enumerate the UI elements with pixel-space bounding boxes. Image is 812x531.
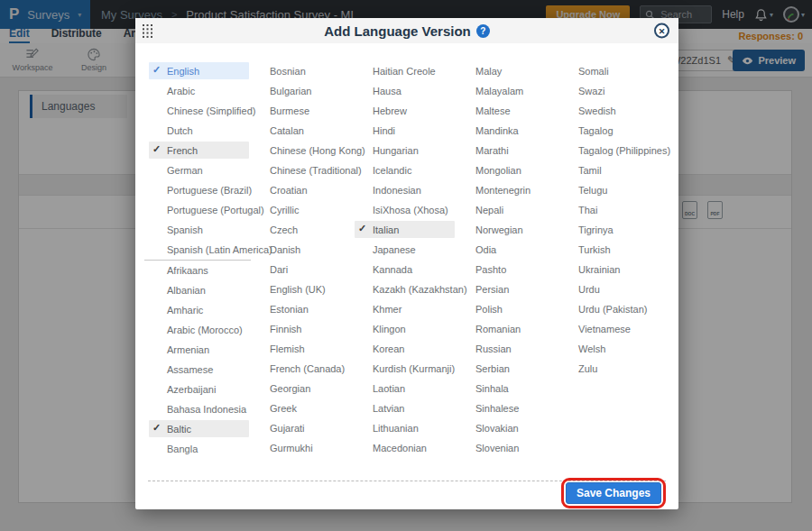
language-option[interactable]: Welsh	[560, 340, 660, 357]
language-option[interactable]: Bulgarian	[252, 82, 352, 99]
language-option[interactable]: Kannada	[355, 261, 455, 278]
language-option[interactable]: Chinese (Traditional)	[252, 161, 352, 179]
language-option[interactable]: Assamese	[149, 361, 249, 378]
language-option[interactable]: Hindi	[355, 122, 455, 139]
language-option[interactable]: Portuguese (Brazil)	[149, 181, 249, 198]
language-option[interactable]: Mandinka	[457, 122, 558, 139]
language-option[interactable]: Portuguese (Portugal)	[149, 201, 249, 218]
language-option[interactable]: Zulu	[560, 360, 660, 377]
language-option[interactable]: Turkish	[560, 241, 660, 258]
language-option[interactable]: Chinese (Hong Kong)	[252, 142, 352, 159]
language-option[interactable]: Telugu	[560, 181, 660, 198]
language-option[interactable]: Swedish	[560, 102, 660, 119]
language-option[interactable]: ✓Italian	[355, 221, 455, 238]
language-option[interactable]: Urdu	[560, 280, 660, 298]
language-option[interactable]: Gujarati	[252, 419, 352, 436]
language-option[interactable]: Bahasa Indonesia	[149, 400, 249, 417]
language-option[interactable]: Lithuanian	[355, 419, 455, 436]
language-option[interactable]: Bosnian	[252, 62, 352, 79]
language-option[interactable]: ✓Baltic	[149, 420, 249, 437]
language-option[interactable]: Danish	[252, 241, 352, 258]
language-option[interactable]: Persian	[457, 280, 558, 298]
language-option[interactable]: Estonian	[252, 300, 352, 317]
language-option[interactable]: Khmer	[355, 300, 455, 317]
language-option[interactable]: Japanese	[355, 241, 455, 258]
language-option[interactable]: ✓French	[149, 142, 249, 159]
language-option[interactable]: Georgian	[252, 380, 352, 397]
language-option[interactable]: Haitian Creole	[355, 62, 455, 79]
language-option[interactable]: Tagalog	[560, 122, 660, 139]
language-option[interactable]: Sinhalese	[457, 399, 558, 417]
language-option[interactable]: English (UK)	[252, 280, 352, 298]
language-option[interactable]: Somali	[560, 62, 660, 79]
language-option[interactable]: IsiXhosa (Xhosa)	[355, 201, 455, 218]
language-option[interactable]: Finnish	[252, 320, 352, 337]
language-option[interactable]: Vietnamese	[560, 320, 660, 337]
language-option[interactable]: Laotian	[355, 380, 455, 397]
language-option[interactable]: Malayalam	[457, 82, 558, 99]
language-option[interactable]: Dutch	[149, 122, 249, 139]
language-option[interactable]: Swazi	[560, 82, 660, 99]
language-option[interactable]: Icelandic	[355, 161, 455, 179]
language-option[interactable]: Armenian	[149, 341, 249, 358]
language-option[interactable]: Slovenian	[457, 439, 558, 456]
language-option[interactable]: Thai	[560, 201, 660, 218]
language-option[interactable]: Mongolian	[457, 161, 558, 179]
language-option[interactable]: Serbian	[457, 360, 558, 377]
language-option[interactable]: Pashto	[457, 261, 558, 278]
language-option[interactable]: Montenegrin	[457, 181, 558, 198]
language-option[interactable]: Maltese	[457, 102, 558, 119]
language-option[interactable]: Tigrinya	[560, 221, 660, 238]
language-option[interactable]: Chinese (Simplified)	[149, 102, 249, 119]
language-option[interactable]: Hungarian	[355, 142, 455, 159]
language-option[interactable]: Odia	[457, 241, 558, 258]
language-option[interactable]: Greek	[252, 399, 352, 417]
language-option[interactable]: Afrikaans	[149, 261, 249, 279]
language-option[interactable]: Flemish	[252, 340, 352, 357]
help-icon[interactable]: ?	[476, 24, 490, 38]
language-option[interactable]: Latvian	[355, 399, 455, 417]
language-option[interactable]: Czech	[252, 221, 352, 238]
language-option[interactable]: Burmese	[252, 102, 352, 119]
language-option[interactable]: Spanish (Latin America)	[149, 241, 249, 258]
language-option[interactable]: Polish	[457, 300, 558, 317]
language-option[interactable]: Kazakh (Kazakhstan)	[355, 280, 455, 298]
language-option[interactable]: French (Canada)	[252, 360, 352, 377]
language-option[interactable]: Cyrillic	[252, 201, 352, 218]
language-option[interactable]: Romanian	[457, 320, 558, 337]
language-option[interactable]: Slovakian	[457, 419, 558, 436]
language-option[interactable]: Sinhala	[457, 380, 558, 397]
language-option[interactable]: ✓English	[149, 62, 249, 79]
language-option[interactable]: Catalan	[252, 122, 352, 139]
language-option[interactable]: Malay	[457, 62, 558, 79]
language-option[interactable]: Hebrew	[355, 102, 455, 119]
close-button[interactable]: ✕	[654, 23, 669, 39]
language-option[interactable]: Tagalog (Philippines)	[560, 142, 660, 159]
language-option[interactable]: Norwegian	[457, 221, 558, 238]
language-option[interactable]: Nepali	[457, 201, 558, 218]
language-option[interactable]: Arabic	[149, 82, 249, 99]
language-option[interactable]: Urdu (Pakistan)	[560, 300, 660, 317]
language-option[interactable]: Marathi	[457, 142, 558, 159]
language-option[interactable]: Klingon	[355, 320, 455, 337]
language-option[interactable]: Gurmukhi	[252, 439, 352, 456]
language-option[interactable]: Indonesian	[355, 181, 455, 198]
language-option[interactable]: Bangla	[149, 440, 249, 457]
language-option[interactable]: Korean	[355, 340, 455, 357]
language-option[interactable]: Russian	[457, 340, 558, 357]
language-option[interactable]: Macedonian	[355, 439, 455, 456]
language-option[interactable]: Croatian	[252, 181, 352, 198]
language-option[interactable]: Dari	[252, 261, 352, 278]
language-option[interactable]: German	[149, 161, 249, 179]
save-changes-button[interactable]: Save Changes	[566, 482, 661, 504]
language-option[interactable]: Hausa	[355, 82, 455, 99]
language-option[interactable]: Ukrainian	[560, 261, 660, 278]
language-option[interactable]: Arabic (Morocco)	[149, 321, 249, 338]
language-option[interactable]: Amharic	[149, 301, 249, 318]
language-option[interactable]: Tamil	[560, 161, 660, 179]
language-option[interactable]: Kurdish (Kurmanji)	[355, 360, 455, 377]
language-option[interactable]: Spanish	[149, 221, 249, 238]
drag-handle-icon[interactable]	[143, 24, 152, 41]
language-option[interactable]: Azerbaijani	[149, 380, 249, 398]
language-option[interactable]: Albanian	[149, 281, 249, 298]
